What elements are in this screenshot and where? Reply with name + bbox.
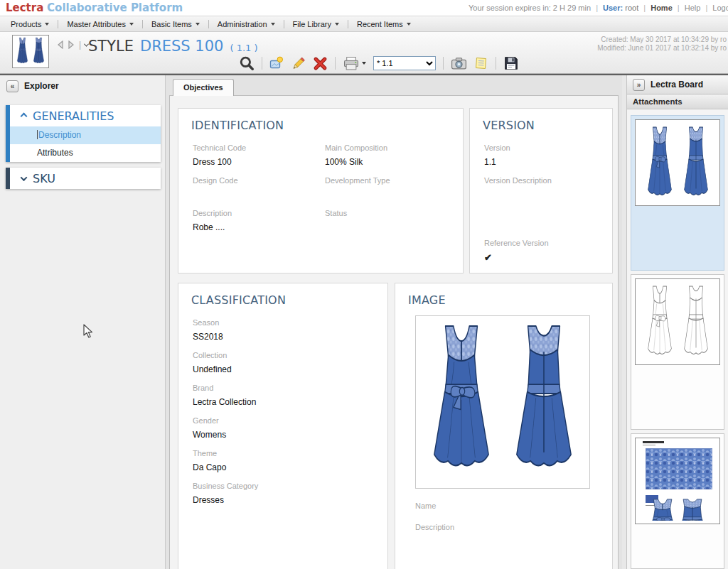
chevron-down-icon (407, 23, 411, 26)
dress-back-thumb (679, 125, 713, 203)
modified-info: Modified: June 01 2017 at 10:32:14 by ro (597, 44, 727, 53)
save-button[interactable] (503, 55, 519, 71)
style-thumbnail[interactable] (12, 35, 49, 68)
explorer-group-sku: SKU (6, 168, 161, 189)
attachments-header: Attachments (627, 94, 728, 109)
new-item-icon (269, 56, 284, 70)
menu-products[interactable]: Products (4, 16, 55, 31)
object-version: ( 1.1 ) (230, 43, 257, 53)
chevron-down-icon (21, 174, 28, 181)
sidebar-item-attributes[interactable]: Attributes (10, 144, 161, 162)
field-gender: Gender Womens (193, 416, 387, 449)
checkmark-icon: ✔ (484, 252, 612, 263)
logout-link[interactable]: Logout (712, 4, 728, 12)
collapse-panel-button[interactable]: « (6, 80, 18, 92)
print-button[interactable] (343, 56, 366, 71)
attachment-thumbnail-line-sketch[interactable] (631, 274, 724, 430)
dress-back-outline-thumb (679, 284, 713, 362)
tab-objectives[interactable]: Objectives (173, 79, 234, 96)
style-header: | STYLE DRESS 100 ( 1.1 ) Created: May 3… (0, 32, 728, 73)
version-select[interactable]: * 1.1 (373, 56, 436, 70)
session-bar: Your session expires in: 2 H 29 min | Us… (469, 4, 728, 12)
chevron-up-icon (21, 112, 28, 119)
delete-button[interactable] (313, 56, 328, 71)
attachment-preview (635, 438, 720, 524)
dress-front-thumb (643, 125, 677, 203)
attachment-thumbnail-color-sketch[interactable] (631, 115, 724, 271)
field-season: Season SS2018 (193, 318, 387, 351)
expand-panel-button[interactable]: » (633, 79, 645, 91)
record-meta: Created: May 30 2017 at 10:34:29 by ro M… (597, 36, 727, 53)
brand-logo: Lectra Collaborative Platform (6, 1, 183, 14)
chevron-down-icon (335, 23, 339, 26)
user-label: User: (603, 4, 623, 12)
menu-file-library[interactable]: File Library (287, 16, 346, 31)
next-arrow-icon[interactable] (68, 40, 75, 49)
style-image[interactable] (415, 315, 590, 489)
record-navigation: | (56, 40, 88, 50)
text-caret (37, 130, 38, 139)
dress-front-outline-thumb (643, 284, 677, 362)
field-main-composition: Main Composition 100% Silk (325, 143, 463, 176)
chevron-down-icon (129, 23, 134, 26)
new-button[interactable] (269, 56, 284, 70)
field-development-type: Development Type (325, 176, 463, 209)
card-title: IDENTIFICATION (191, 119, 463, 132)
menu-recent-items[interactable]: Recent Items (350, 16, 417, 31)
attachment-thumbnail-technical-sheet[interactable] (631, 433, 724, 569)
field-status: Status (325, 209, 463, 242)
notes-icon (474, 56, 488, 70)
camera-icon (451, 57, 467, 70)
field-reference-version: Reference Version ✔ (484, 239, 612, 271)
printer-icon (343, 56, 360, 71)
generalities-group-header[interactable]: GENERALITIES (10, 105, 161, 126)
attachments-list (627, 109, 728, 569)
home-link[interactable]: Home (651, 4, 673, 12)
menu-master-attributes[interactable]: Master Attributes (60, 16, 140, 31)
field-business-category: Business Category Dresses (193, 482, 387, 514)
sheet-subtitle-bar (643, 445, 655, 445)
field-description: Description Robe .... (193, 209, 325, 242)
field-brand: Brand Lectra Collection (193, 384, 387, 416)
main-content: Objectives IDENTIFICATION Technical Code… (166, 75, 622, 569)
explorer-group-generalities: GENERALITIES Description Attributes (6, 105, 161, 162)
field-collection: Collection Undefined (193, 351, 387, 384)
mouse-cursor (83, 324, 93, 339)
card-title: VERSION (483, 119, 612, 132)
toolbar-divider (262, 57, 262, 70)
classification-card: CLASSIFICATION Season SS2018 Collection … (178, 283, 388, 569)
help-link[interactable]: Help (685, 4, 701, 12)
image-card: IMAGE Name Description (395, 283, 613, 569)
separator: | (79, 40, 81, 50)
version-card: VERSION Version 1.1 Version Description … (469, 108, 613, 273)
explorer-panel: « Explorer GENERALITIES Description Attr… (0, 75, 166, 569)
edit-button[interactable] (291, 56, 306, 71)
sidebar-item-description[interactable]: Description (10, 126, 161, 144)
notes-button[interactable] (474, 56, 488, 70)
snapshot-button[interactable] (451, 57, 467, 70)
separator: | (596, 4, 598, 12)
objectives-content: IDENTIFICATION Technical Code Dress 100 … (169, 95, 619, 569)
separator: | (643, 4, 646, 12)
menu-basic-items[interactable]: Basic Items (145, 16, 206, 31)
sku-group-header[interactable]: SKU (10, 168, 161, 189)
menu-administration[interactable]: Administration (211, 16, 282, 31)
expand-right-icon: » (637, 81, 641, 89)
chevron-down-icon (271, 23, 275, 26)
brand-name: Lectra (6, 1, 43, 14)
panel-splitter[interactable] (622, 75, 627, 569)
menu-divider (348, 20, 348, 28)
search-icon (239, 55, 255, 71)
dress-front-image (422, 322, 501, 482)
board-title: Lectra Board (651, 80, 703, 90)
previous-arrow-icon[interactable] (56, 40, 64, 49)
field-theme: Theme Da Capo (193, 449, 387, 482)
lectra-board-panel: » Lectra Board Attachments (622, 75, 728, 569)
toolbar: * 1.1 (239, 54, 519, 72)
pencil-icon (291, 56, 306, 71)
main-menu: Products Master Attributes Basic Items A… (0, 16, 728, 32)
sheet-title-bar (643, 441, 664, 443)
image-name-label: Name (415, 502, 436, 510)
attachment-preview (635, 278, 720, 365)
search-button[interactable] (239, 55, 255, 71)
